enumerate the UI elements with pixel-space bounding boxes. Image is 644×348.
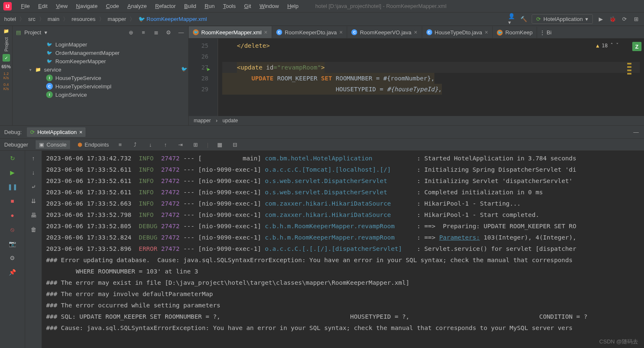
menu-run[interactable]: Run <box>200 1 219 11</box>
menu-analyze[interactable]: Analyze <box>123 1 151 11</box>
tree-item[interactable]: 🐦RoomKeeperMapper <box>13 57 188 65</box>
evaluate-icon[interactable]: ⊞ <box>192 141 200 148</box>
debugger-tab[interactable]: Debugger <box>4 142 28 148</box>
project-panel: ▤ Project ▾ ⊕ ≡ ≣ ⚙ — 🐦LoginMapper🐦Order… <box>13 26 189 125</box>
debug-button[interactable]: 🐞 <box>609 15 616 23</box>
step-over-icon[interactable]: ≡ <box>117 141 124 148</box>
menu-navigate[interactable]: Navigate <box>72 1 101 11</box>
soft-wrap-icon[interactable]: ⤶ <box>29 183 38 191</box>
play-icon[interactable]: ▶ <box>207 64 210 75</box>
log-line: 2023-06-06 17:33:52.611 INFO 27472 --- [… <box>46 164 640 175</box>
run-config-selector[interactable]: ⟳ HotelApplication ▾ <box>532 14 593 24</box>
menu-refactor[interactable]: Refactor <box>151 1 180 11</box>
close-icon[interactable]: × <box>485 29 488 36</box>
pause-icon[interactable]: ❚❚ <box>8 183 17 191</box>
run-button[interactable]: ▶ <box>597 15 605 23</box>
run-to-cursor-icon[interactable]: ⇥ <box>177 141 184 148</box>
editor-tab[interactable]: 🐦RoomKeep <box>493 27 537 38</box>
menu-help[interactable]: Help <box>283 1 303 11</box>
menu-tools[interactable]: Tools <box>219 1 240 11</box>
project-tool-label[interactable]: Project <box>4 37 9 52</box>
expand-all-icon[interactable]: ≡ <box>140 28 147 36</box>
chevron-down-icon[interactable]: ▾ <box>44 29 47 36</box>
menu-git[interactable]: Git <box>240 1 255 11</box>
tree-item[interactable]: IHouseTypeService <box>13 74 188 82</box>
menu-window[interactable]: Window <box>255 1 283 11</box>
code-editor[interactable]: ▲ 18 ˆ ˇ </delete> <update id="revampRoo… <box>218 39 644 116</box>
project-tree[interactable]: 🐦LoginMapper🐦OrderManagementMapper🐦RoomK… <box>13 39 188 101</box>
up-arrow-icon[interactable]: ↑ <box>29 154 38 162</box>
menu-code[interactable]: Code <box>102 1 123 11</box>
editor-tab[interactable]: CRoomKeeperVO.java× <box>347 26 422 38</box>
collapse-all-icon[interactable]: ≣ <box>152 28 160 36</box>
breadcrumb-item[interactable]: src <box>28 16 35 22</box>
down-icon[interactable]: ˇ <box>616 40 619 51</box>
inspection-badge[interactable]: ▲ 18 ˆ ˇ <box>596 40 619 51</box>
down-arrow-icon[interactable]: ↓ <box>29 168 38 177</box>
resume-icon[interactable]: ▶ <box>8 168 17 177</box>
more-tabs[interactable]: ⋮ Bi <box>537 27 554 38</box>
breakpoint-icon[interactable]: ● <box>8 211 17 219</box>
profile-button[interactable]: ⊞ <box>632 15 640 23</box>
console-output[interactable]: 2023-06-06 17:33:42.732 INFO 27472 --- [… <box>42 151 644 348</box>
bc-mapper[interactable]: mapper <box>194 118 211 124</box>
up-icon[interactable]: ˆ <box>610 40 613 51</box>
scroll-end-icon[interactable]: ⇊ <box>29 197 38 205</box>
run-gutter-icon[interactable]: 🐦 <box>181 64 187 75</box>
tab-label: HouseTypeDto.java <box>435 29 482 36</box>
close-icon[interactable]: × <box>339 29 343 36</box>
hammer-icon[interactable]: 🔨 <box>520 15 527 23</box>
breadcrumb-item[interactable]: resources <box>72 16 96 22</box>
user-icon[interactable]: 👤▾ <box>508 15 516 23</box>
endpoints-tab[interactable]: ⬢Endpoints <box>78 142 109 148</box>
layout-icon[interactable]: ▦ <box>216 141 223 148</box>
tree-item[interactable]: ▾📁service <box>13 65 188 74</box>
folder-icon[interactable]: 📁 <box>3 28 9 34</box>
debug-session-tab[interactable]: ⟳ HotelApplication × <box>27 127 86 137</box>
close-icon[interactable]: × <box>264 29 267 36</box>
rerun-icon[interactable]: ↻ <box>8 154 17 162</box>
editor-tab[interactable]: CRoomKeeperDto.java× <box>272 26 347 38</box>
project-panel-title[interactable]: Project <box>24 29 41 36</box>
stop-icon[interactable]: ■ <box>8 197 17 205</box>
breadcrumb-item[interactable]: mapper <box>108 16 126 22</box>
tree-item[interactable]: CHouseTypeServiceImpl <box>13 82 188 90</box>
gear-icon[interactable]: ⚙ <box>8 254 17 262</box>
console-tab[interactable]: ▣Console <box>36 140 70 149</box>
close-icon[interactable]: × <box>79 129 83 135</box>
select-opened-icon[interactable]: ⊕ <box>127 28 135 36</box>
close-icon[interactable]: × <box>414 29 417 36</box>
error-line: ### The error may exist in file [D:\java… <box>46 277 640 288</box>
breadcrumb-item[interactable]: 🐦 RoomKeeperMapper.xml <box>138 16 207 22</box>
tree-item[interactable]: 🐦OrderManagementMapper <box>13 49 188 57</box>
clear-icon[interactable]: 🗑 <box>29 225 38 234</box>
breadcrumb-item[interactable]: hotel <box>4 16 16 22</box>
mute-breakpoints-icon[interactable]: ⦸ <box>8 225 17 234</box>
log-line: 2023-06-06 17:33:52.611 INFO 27472 --- [… <box>46 186 640 198</box>
step-into-icon[interactable]: ⤴ <box>132 141 139 148</box>
error-stripe[interactable] <box>626 42 631 109</box>
settings-icon[interactable]: ⊟ <box>231 141 239 148</box>
menu-file[interactable]: File <box>17 1 34 11</box>
step-out-icon[interactable]: ↑ <box>162 141 169 148</box>
menu-items-container: FileEditViewNavigateCodeAnalyzeRefactorB… <box>17 1 303 11</box>
menu-edit[interactable]: Edit <box>34 1 52 11</box>
pin-icon[interactable]: 📌 <box>8 268 17 276</box>
editor-breadcrumb[interactable]: mapper › update <box>189 116 644 125</box>
zoom-badge[interactable]: Z <box>632 42 641 51</box>
gear-icon[interactable]: ⚙ <box>165 28 172 36</box>
menu-build[interactable]: Build <box>180 1 200 11</box>
coverage-button[interactable]: ⟳ <box>621 15 628 23</box>
menu-view[interactable]: View <box>52 1 72 11</box>
tree-item[interactable]: ILoginService <box>13 90 188 99</box>
step-icon[interactable]: ↓ <box>147 141 154 148</box>
camera-icon[interactable]: 📷 <box>8 240 17 248</box>
editor-tab[interactable]: 🐦RoomKeeperMapper.xml× <box>189 26 272 38</box>
hide-debug-icon[interactable]: — <box>632 128 640 136</box>
editor-tab[interactable]: CHouseTypeDto.java× <box>422 26 493 38</box>
print-icon[interactable]: 🖶 <box>29 211 38 219</box>
hide-icon[interactable]: — <box>177 28 185 36</box>
breadcrumb-item[interactable]: main <box>48 16 60 22</box>
bc-update[interactable]: update <box>223 118 238 124</box>
tree-item[interactable]: 🐦LoginMapper <box>13 40 188 49</box>
